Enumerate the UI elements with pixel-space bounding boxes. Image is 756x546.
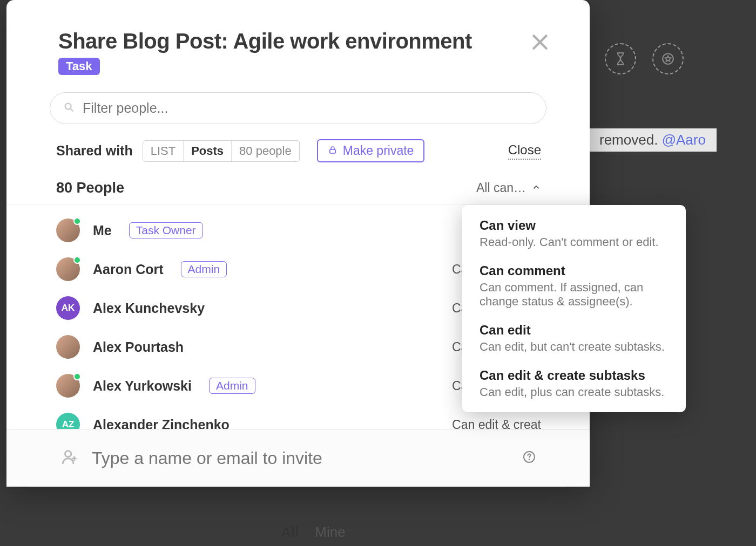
presence-indicator xyxy=(73,373,81,380)
role-badge: Task Owner xyxy=(129,222,203,238)
make-private-label: Make private xyxy=(343,144,414,158)
permission-menu: Can view Read-only. Can't comment or edi… xyxy=(462,205,686,412)
perm-option-comment[interactable]: Can comment Can comment. If assigned, ca… xyxy=(480,263,669,309)
search-field[interactable] xyxy=(50,92,546,124)
avatar: AK xyxy=(56,296,80,320)
seg-posts[interactable]: Posts xyxy=(184,141,232,161)
people-count: 80 People xyxy=(56,180,124,196)
task-badge: Task xyxy=(58,58,100,75)
svg-point-3 xyxy=(65,451,71,457)
people-count-row: 80 People All can… xyxy=(6,167,590,204)
background-tabs: All Mine xyxy=(281,524,346,541)
role-badge: Admin xyxy=(209,378,255,394)
bg-tab-all[interactable]: All xyxy=(281,524,299,541)
perm-option-title: Can edit & create subtasks xyxy=(480,368,669,383)
role-badge: Admin xyxy=(181,261,227,277)
perm-option-desc: Can edit, but can't create subtasks. xyxy=(480,340,669,354)
avatar: AZ xyxy=(56,413,80,429)
close-icon[interactable] xyxy=(529,31,551,55)
person-name: Alex Kunchevsky xyxy=(93,301,205,316)
modal-title: Share Blog Post: Agile work environment xyxy=(58,29,546,53)
svg-point-5 xyxy=(529,459,530,460)
perm-option-title: Can edit xyxy=(480,323,669,338)
perm-option-title: Can view xyxy=(480,218,669,233)
invite-input[interactable] xyxy=(92,448,510,468)
person-name: Me xyxy=(93,223,112,238)
filter-row: Shared with LIST Posts 80 people Make pr… xyxy=(6,134,590,167)
background-text: removed. @Aaro xyxy=(589,128,717,152)
add-person-icon xyxy=(60,448,79,468)
perm-option-edit-subtasks[interactable]: Can edit & create subtasks Can edit, plu… xyxy=(480,368,669,399)
invite-bar xyxy=(6,429,590,487)
perm-option-desc: Read-only. Can't comment or edit. xyxy=(480,235,669,249)
make-private-button[interactable]: Make private xyxy=(317,139,425,162)
background-icons xyxy=(605,43,684,74)
permission-label[interactable]: Can edit & creat xyxy=(452,418,541,429)
bg-tab-mine[interactable]: Mine xyxy=(315,524,345,541)
avatar-initials: AZ xyxy=(62,419,75,429)
seg-people[interactable]: 80 people xyxy=(232,141,299,161)
close-link[interactable]: Close xyxy=(508,142,541,160)
avatar xyxy=(56,219,80,242)
hourglass-icon xyxy=(605,43,636,74)
person-name: Alex Yurkowski xyxy=(93,378,192,394)
bg-removed-text: removed. xyxy=(599,132,658,148)
modal-header: Share Blog Post: Agile work environment … xyxy=(6,0,590,86)
svg-rect-2 xyxy=(329,149,335,153)
perm-option-desc: Can edit, plus can create subtasks. xyxy=(480,385,669,399)
chevron-up-icon xyxy=(531,181,541,195)
presence-indicator xyxy=(73,256,81,264)
help-icon[interactable] xyxy=(523,451,536,466)
avatar-initials: AK xyxy=(62,303,75,313)
person-name: Alexander Zinchenko xyxy=(93,417,230,429)
perm-option-desc: Can comment. If assigned, can change sta… xyxy=(480,281,669,309)
perm-option-view[interactable]: Can view Read-only. Can't comment or edi… xyxy=(480,218,669,249)
person-name: Aaron Cort xyxy=(93,262,164,277)
svg-point-1 xyxy=(65,103,71,109)
lock-icon xyxy=(328,144,338,158)
presence-indicator xyxy=(73,217,81,225)
avatar xyxy=(56,257,80,281)
search-input[interactable] xyxy=(83,100,533,116)
avatar xyxy=(56,374,80,398)
star-icon xyxy=(652,43,684,74)
all-can-dropdown[interactable]: All can… xyxy=(476,181,541,195)
perm-option-title: Can comment xyxy=(480,263,669,278)
person-name: Alex Pourtash xyxy=(93,339,184,355)
all-can-label: All can… xyxy=(476,181,526,195)
seg-list[interactable]: LIST xyxy=(143,141,184,161)
bg-mention: @Aaro xyxy=(662,132,706,148)
search-icon xyxy=(63,101,75,115)
perm-option-edit[interactable]: Can edit Can edit, but can't create subt… xyxy=(480,323,669,354)
shared-with-label: Shared with xyxy=(56,143,133,159)
avatar xyxy=(56,335,80,359)
segmented-control: LIST Posts 80 people xyxy=(143,140,300,162)
search-container xyxy=(6,86,590,134)
